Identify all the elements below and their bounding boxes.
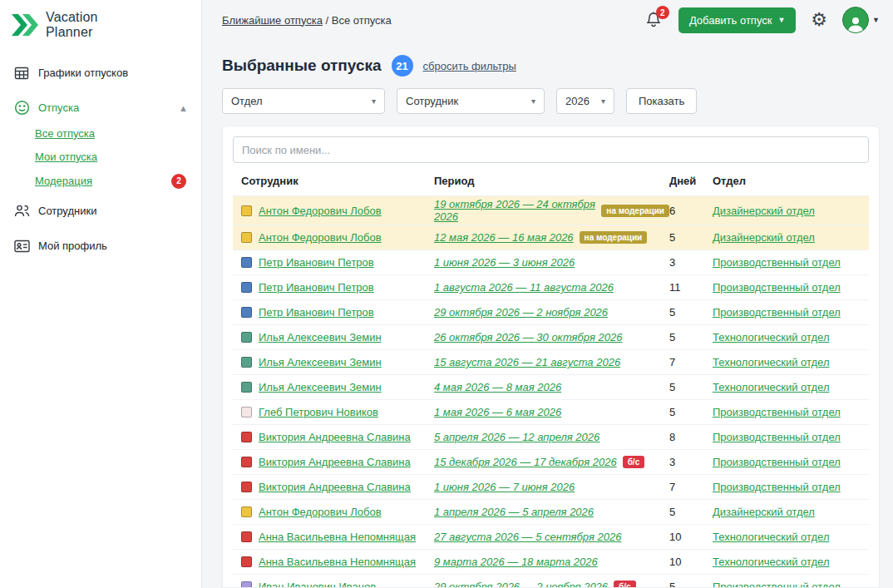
people-icon xyxy=(13,203,30,220)
employee-link[interactable]: Виктория Андреевна Славина xyxy=(259,456,411,468)
breadcrumb-link[interactable]: Ближайшие отпуска xyxy=(222,14,323,27)
department-link[interactable]: Технологический отдел xyxy=(713,531,830,543)
period-link[interactable]: 1 июня 2026 — 7 июня 2026 xyxy=(434,481,575,493)
notifications-button[interactable]: 2 xyxy=(645,11,664,29)
period-link[interactable]: 15 декабря 2026 — 17 декабря 2026 xyxy=(434,456,617,468)
department-link[interactable]: Технологический отдел xyxy=(713,356,830,368)
employee-link[interactable]: Илья Алексеевич Земин xyxy=(259,381,382,393)
notifications-count-badge: 2 xyxy=(656,6,669,19)
chevron-up-icon: ▲ xyxy=(179,103,188,113)
vacation-status-badge: на модерации xyxy=(580,231,648,244)
period-link[interactable]: 29 октября 2026 — 2 ноября 2026 xyxy=(434,581,608,588)
sidebar-item-label: Отпуска xyxy=(38,101,79,114)
employee-color-swatch xyxy=(241,432,252,442)
table-row: Виктория Андреевна Славина 1 июня 2026 —… xyxy=(233,474,869,499)
reset-filters-link[interactable]: сбросить фильтры xyxy=(423,60,516,72)
employee-link[interactable]: Антон Федорович Лобов xyxy=(259,506,382,518)
department-link[interactable]: Дизайнерский отдел xyxy=(713,231,815,244)
breadcrumb-current: Все отпуска xyxy=(332,14,392,27)
period-link[interactable]: 27 августа 2026 — 5 сентября 2026 xyxy=(434,531,621,543)
employee-color-swatch xyxy=(241,257,252,268)
department-link[interactable]: Дизайнерский отдел xyxy=(713,506,815,518)
days-value: 3 xyxy=(669,456,713,468)
department-link[interactable]: Дизайнерский отдел xyxy=(713,205,815,217)
days-value: 5 xyxy=(669,231,713,244)
department-link[interactable]: Производственный отдел xyxy=(713,456,841,468)
employee-link[interactable]: Антон Федорович Лобов xyxy=(259,231,382,244)
period-link[interactable]: 19 октября 2026 — 24 октября 2026 xyxy=(434,198,595,223)
sidebar-item-profile[interactable]: Мой профиль xyxy=(0,229,201,264)
add-vacation-button[interactable]: Добавить отпуск ▼ xyxy=(678,7,796,33)
column-header-department: Отдел xyxy=(713,175,861,187)
department-link[interactable]: Технологический отдел xyxy=(713,331,830,343)
period-link[interactable]: 1 августа 2026 — 11 августа 2026 xyxy=(434,281,614,294)
period-link[interactable]: 29 октября 2026 — 2 ноября 2026 xyxy=(434,306,608,319)
year-filter-select[interactable]: 2026 ▾ xyxy=(556,88,614,114)
department-link[interactable]: Производственный отдел xyxy=(713,581,841,588)
show-button[interactable]: Показать xyxy=(626,88,697,114)
title-row: Выбранные отпуска 21 сбросить фильтры xyxy=(222,55,880,77)
chevron-down-icon: ▾ xyxy=(372,96,376,106)
period-link[interactable]: 12 мая 2026 — 16 мая 2026 xyxy=(434,231,574,244)
search-input[interactable] xyxy=(233,136,869,163)
department-link[interactable]: Производственный отдел xyxy=(713,306,841,319)
days-value: 8 xyxy=(669,431,713,443)
period-link[interactable]: 1 мая 2026 — 6 мая 2026 xyxy=(434,406,561,418)
period-link[interactable]: 9 марта 2026 — 18 марта 2026 xyxy=(434,556,598,568)
user-menu[interactable]: ▼ xyxy=(842,7,880,33)
sidebar-item-vacations[interactable]: Отпуска ▲ xyxy=(0,91,201,126)
period-link[interactable]: 15 августа 2026 — 21 августа 2026 xyxy=(434,356,620,368)
table-row: Анна Васильевна Непомнящая 9 марта 2026 … xyxy=(233,549,869,574)
department-link[interactable]: Производственный отдел xyxy=(713,256,841,269)
department-link[interactable]: Производственный отдел xyxy=(713,406,841,418)
employee-link[interactable]: Антон Федорович Лобов xyxy=(259,205,382,217)
sidebar-item-label: Графики отпусков xyxy=(38,67,128,79)
sidebar-item-label: Сотрудники xyxy=(38,205,96,217)
period-link[interactable]: 1 апреля 2026 — 5 апреля 2026 xyxy=(434,506,594,518)
table-body: Антон Федорович Лобов 19 октября 2026 — … xyxy=(233,195,869,588)
department-filter-select[interactable]: Отдел ▾ xyxy=(222,88,385,114)
sidebar-item-employees[interactable]: Сотрудники xyxy=(0,194,201,229)
employee-link[interactable]: Петр Иванович Петров xyxy=(259,281,374,294)
department-link[interactable]: Технологический отдел xyxy=(713,556,830,568)
employee-link[interactable]: Иван Иванович Иванов xyxy=(259,581,376,588)
table-row: Илья Алексеевич Земин 26 октября 2026 — … xyxy=(233,324,869,349)
department-link[interactable]: Технологический отдел xyxy=(713,381,830,393)
employee-link[interactable]: Илья Алексеевич Земин xyxy=(259,356,382,368)
employee-link[interactable]: Глеб Петрович Новиков xyxy=(259,406,378,418)
employee-link[interactable]: Виктория Андреевна Славина xyxy=(259,481,411,493)
employee-link[interactable]: Илья Алексеевич Земин xyxy=(259,331,382,343)
employee-color-swatch xyxy=(241,457,252,467)
department-link[interactable]: Производственный отдел xyxy=(713,431,841,443)
logo[interactable]: Vacation Planner xyxy=(0,0,201,56)
vacation-status-badge: б/с xyxy=(614,581,636,588)
sidebar-subitem-moderation[interactable]: Модерация xyxy=(35,175,92,187)
period-link[interactable]: 1 июня 2026 — 3 июня 2026 xyxy=(434,256,575,269)
column-header-employee: Сотрудник xyxy=(241,175,434,187)
employee-color-swatch xyxy=(241,357,252,368)
period-link[interactable]: 4 мая 2026 — 8 мая 2026 xyxy=(434,381,561,393)
sidebar-item-schedules[interactable]: Графики отпусков xyxy=(0,56,201,91)
table-header: Сотрудник Период Дней Отдел xyxy=(233,163,869,195)
employee-color-swatch xyxy=(241,205,252,216)
employee-filter-select[interactable]: Сотрудник ▾ xyxy=(397,88,545,114)
sidebar-subitem-my-vacations[interactable]: Мои отпуска xyxy=(35,151,97,163)
days-value: 6 xyxy=(669,205,713,217)
employee-color-swatch xyxy=(241,307,252,318)
gear-icon[interactable]: ⚙ xyxy=(811,11,827,29)
employee-link[interactable]: Петр Иванович Петров xyxy=(259,256,374,269)
vacation-status-badge: на модерации xyxy=(601,205,669,217)
employee-color-swatch xyxy=(241,332,252,343)
days-value: 5 xyxy=(669,306,713,319)
employee-link[interactable]: Петр Иванович Петров xyxy=(259,306,374,319)
employee-link[interactable]: Виктория Андреевна Славина xyxy=(259,431,411,443)
employee-link[interactable]: Анна Васильевна Непомнящая xyxy=(259,556,416,568)
department-link[interactable]: Производственный отдел xyxy=(713,481,841,493)
period-link[interactable]: 5 апреля 2026 — 12 апреля 2026 xyxy=(434,431,599,443)
sidebar-subitem-all-vacations[interactable]: Все отпуска xyxy=(35,127,95,140)
period-link[interactable]: 26 октября 2026 — 30 октября 2026 xyxy=(434,331,622,343)
employee-link[interactable]: Анна Васильевна Непомнящая xyxy=(259,531,416,543)
table-row: Иван Иванович Иванов 29 октября 2026 — 2… xyxy=(233,574,869,588)
employee-color-swatch xyxy=(241,581,252,588)
department-link[interactable]: Производственный отдел xyxy=(713,281,841,294)
